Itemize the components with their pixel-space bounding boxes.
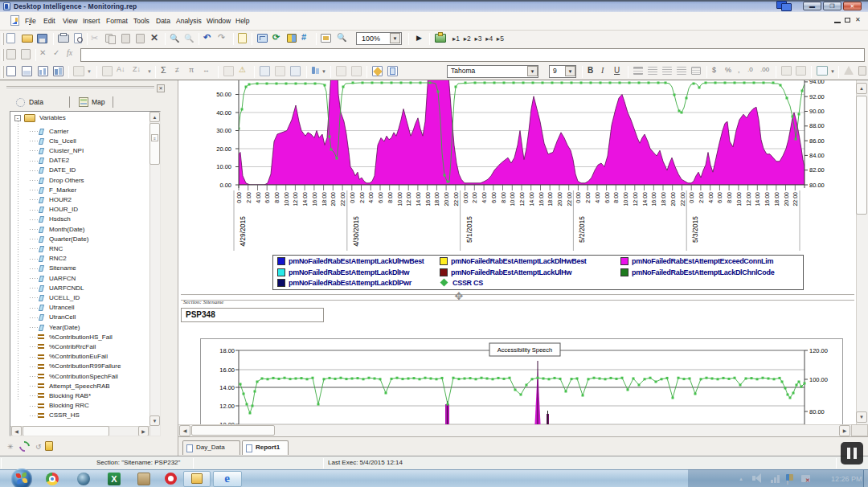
svg-text:2:00: 2:00 bbox=[359, 192, 365, 203]
svg-text:80.00: 80.00 bbox=[809, 182, 825, 189]
svg-text:18:00: 18:00 bbox=[321, 192, 327, 207]
svg-text:14:00: 14:00 bbox=[755, 192, 760, 207]
svg-text:20:00: 20:00 bbox=[784, 192, 789, 207]
svg-text:18:00: 18:00 bbox=[661, 192, 666, 207]
svg-text:0:00: 0:00 bbox=[689, 192, 694, 203]
svg-text:14:00: 14:00 bbox=[302, 192, 308, 207]
svg-text:5/1/2015: 5/1/2015 bbox=[465, 216, 473, 243]
svg-text:20:00: 20:00 bbox=[557, 192, 563, 207]
svg-text:5/3/2015: 5/3/2015 bbox=[691, 216, 699, 243]
svg-text:4:00: 4:00 bbox=[595, 192, 600, 203]
svg-text:12:00: 12:00 bbox=[406, 192, 411, 207]
svg-text:22:00: 22:00 bbox=[453, 192, 459, 207]
svg-text:84.00: 84.00 bbox=[809, 152, 825, 159]
svg-text:18:00: 18:00 bbox=[434, 192, 440, 207]
svg-text:12.00: 12.00 bbox=[219, 403, 235, 410]
svg-text:20:00: 20:00 bbox=[444, 192, 449, 207]
svg-text:2:00: 2:00 bbox=[585, 192, 591, 203]
svg-text:8:00: 8:00 bbox=[501, 192, 506, 203]
svg-text:4:00: 4:00 bbox=[256, 192, 261, 203]
svg-text:10:00: 10:00 bbox=[510, 192, 515, 207]
svg-text:18:00: 18:00 bbox=[547, 192, 553, 207]
svg-text:22:00: 22:00 bbox=[792, 192, 798, 207]
svg-text:12:00: 12:00 bbox=[293, 192, 298, 207]
svg-text:6:00: 6:00 bbox=[378, 192, 383, 203]
svg-text:18.00: 18.00 bbox=[219, 347, 235, 354]
svg-text:80.00: 80.00 bbox=[809, 408, 825, 415]
svg-text:4:00: 4:00 bbox=[481, 192, 487, 203]
svg-text:18:00: 18:00 bbox=[774, 192, 780, 207]
svg-text:88.00: 88.00 bbox=[809, 122, 825, 129]
svg-text:8:00: 8:00 bbox=[613, 192, 619, 203]
svg-text:8:00: 8:00 bbox=[387, 192, 393, 203]
svg-text:4/29/2015: 4/29/2015 bbox=[239, 216, 247, 247]
svg-text:12:00: 12:00 bbox=[746, 192, 751, 207]
svg-text:0:00: 0:00 bbox=[463, 192, 469, 203]
svg-text:20:00: 20:00 bbox=[330, 192, 336, 207]
svg-text:12:00: 12:00 bbox=[519, 192, 525, 207]
svg-text:10:00: 10:00 bbox=[397, 192, 403, 207]
svg-text:20:00: 20:00 bbox=[670, 192, 676, 207]
svg-text:22:00: 22:00 bbox=[567, 192, 572, 207]
svg-text:4:00: 4:00 bbox=[368, 192, 374, 203]
svg-text:6:00: 6:00 bbox=[604, 192, 610, 203]
svg-text:14:00: 14:00 bbox=[529, 192, 534, 207]
svg-text:86.00: 86.00 bbox=[809, 137, 825, 145]
svg-text:4/30/2015: 4/30/2015 bbox=[352, 216, 360, 247]
svg-text:6:00: 6:00 bbox=[491, 192, 497, 203]
svg-text:8:00: 8:00 bbox=[727, 192, 732, 203]
svg-text:8:00: 8:00 bbox=[274, 192, 280, 203]
svg-text:12:00: 12:00 bbox=[633, 192, 638, 207]
svg-text:40.00: 40.00 bbox=[216, 109, 231, 117]
svg-text:2:00: 2:00 bbox=[246, 192, 252, 203]
svg-text:14.00: 14.00 bbox=[219, 384, 235, 391]
svg-text:30.00: 30.00 bbox=[216, 127, 231, 134]
svg-text:6:00: 6:00 bbox=[717, 192, 723, 203]
svg-text:22:00: 22:00 bbox=[340, 192, 346, 207]
svg-text:16:00: 16:00 bbox=[425, 192, 431, 207]
svg-text:10.00: 10.00 bbox=[216, 163, 231, 170]
svg-text:5/2/2015: 5/2/2015 bbox=[578, 216, 586, 243]
svg-text:16.00: 16.00 bbox=[219, 366, 235, 374]
svg-text:100.00: 100.00 bbox=[809, 376, 828, 383]
svg-text:10:00: 10:00 bbox=[623, 192, 628, 207]
svg-text:6:00: 6:00 bbox=[264, 192, 270, 203]
svg-text:14:00: 14:00 bbox=[416, 192, 421, 207]
svg-text:4:00: 4:00 bbox=[708, 192, 714, 203]
svg-text:0:00: 0:00 bbox=[575, 192, 581, 203]
svg-text:16:00: 16:00 bbox=[312, 192, 317, 207]
svg-text:2:00: 2:00 bbox=[472, 192, 477, 203]
svg-text:0:00: 0:00 bbox=[350, 192, 355, 203]
svg-text:16:00: 16:00 bbox=[651, 192, 657, 207]
svg-text:50.00: 50.00 bbox=[216, 91, 231, 98]
svg-text:10:00: 10:00 bbox=[736, 192, 742, 207]
svg-text:Accessibility Speech: Accessibility Speech bbox=[497, 346, 552, 354]
svg-text:14:00: 14:00 bbox=[642, 192, 648, 207]
svg-text:0:00: 0:00 bbox=[236, 192, 242, 203]
svg-text:2:00: 2:00 bbox=[698, 192, 704, 203]
svg-text:0.00: 0.00 bbox=[219, 182, 231, 189]
svg-text:120.00: 120.00 bbox=[809, 347, 828, 354]
svg-text:16:00: 16:00 bbox=[764, 192, 770, 207]
svg-text:22:00: 22:00 bbox=[680, 192, 686, 207]
svg-text:90.00: 90.00 bbox=[809, 108, 825, 115]
svg-text:10:00: 10:00 bbox=[284, 192, 289, 207]
svg-text:20.00: 20.00 bbox=[216, 145, 231, 153]
svg-text:92.00: 92.00 bbox=[809, 93, 825, 100]
svg-text:94.00: 94.00 bbox=[809, 80, 825, 85]
svg-text:16:00: 16:00 bbox=[538, 192, 544, 207]
svg-text:82.00: 82.00 bbox=[809, 166, 825, 174]
